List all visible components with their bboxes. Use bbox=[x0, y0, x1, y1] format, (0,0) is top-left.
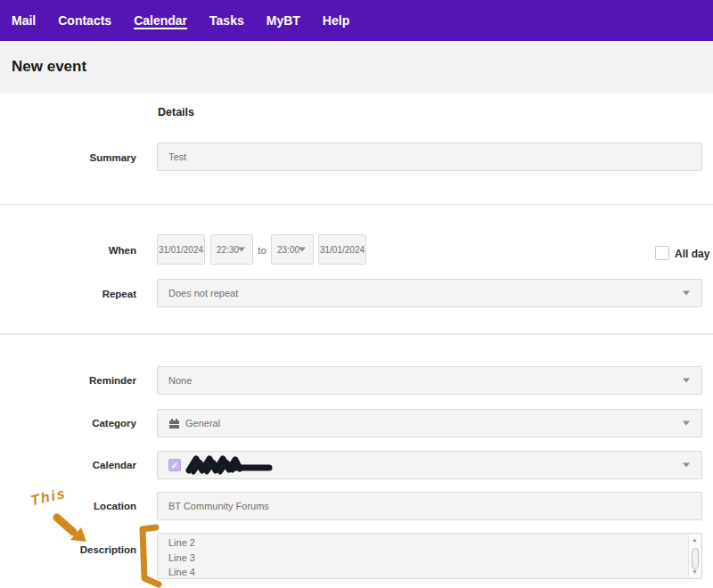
divider bbox=[0, 204, 713, 205]
calendar-select[interactable]: ✓ bbox=[157, 451, 702, 479]
start-time-select[interactable]: 22:30 bbox=[210, 234, 253, 265]
chevron-down-icon bbox=[299, 248, 306, 252]
end-date-value: 31/01/2024 bbox=[320, 245, 365, 255]
when-label: When bbox=[0, 244, 136, 257]
repeat-label: Repeat bbox=[0, 288, 136, 300]
repeat-value: Does not repeat bbox=[168, 288, 238, 298]
category-label: Category bbox=[0, 417, 136, 429]
reminder-value: None bbox=[168, 375, 192, 386]
annotation-arrow-icon bbox=[49, 512, 98, 552]
end-date-input[interactable]: 31/01/2024 bbox=[318, 234, 366, 265]
start-date-input[interactable]: 31/01/2024 bbox=[157, 234, 205, 265]
end-time-select[interactable]: 23:00 bbox=[271, 234, 314, 265]
nav-item-contacts[interactable]: Contacts bbox=[58, 13, 111, 28]
start-time-value: 22:30 bbox=[217, 245, 239, 255]
category-value: General bbox=[185, 418, 220, 429]
reminder-select[interactable]: None bbox=[157, 366, 702, 395]
chevron-down-icon bbox=[683, 421, 690, 426]
description-line: Line 2 bbox=[168, 535, 678, 551]
page-header: New event bbox=[0, 41, 713, 94]
summary-value: Test bbox=[168, 151, 186, 162]
nav-item-tasks[interactable]: Tasks bbox=[209, 13, 244, 28]
nav-item-calendar[interactable]: Calendar bbox=[134, 13, 187, 28]
all-day-label: All day bbox=[675, 248, 710, 260]
details-section-title: Details bbox=[158, 106, 194, 118]
chevron-down-icon bbox=[683, 291, 690, 296]
nav-item-mail[interactable]: Mail bbox=[12, 13, 36, 28]
chevron-down-icon bbox=[683, 463, 690, 468]
location-label: Location bbox=[0, 500, 136, 512]
scrollbar-thumb[interactable] bbox=[692, 548, 699, 569]
calendar-label: Calendar bbox=[0, 459, 136, 471]
checkmark-icon: ✓ bbox=[171, 461, 178, 470]
start-date-value: 31/01/2024 bbox=[159, 245, 203, 255]
summary-label: Summary bbox=[0, 151, 136, 164]
page-title: New event bbox=[12, 58, 86, 76]
to-label: to bbox=[256, 244, 268, 257]
divider bbox=[0, 333, 713, 335]
description-textarea[interactable]: Line 2 Line 3 Line 4 ▲ ▼ bbox=[157, 533, 702, 579]
location-value: BT Community Forums bbox=[168, 501, 269, 511]
scroll-up-icon[interactable]: ▲ bbox=[689, 536, 701, 543]
description-line: Line 4 bbox=[168, 565, 678, 579]
chevron-down-icon bbox=[683, 379, 690, 383]
nav-item-mybt[interactable]: MyBT bbox=[266, 13, 300, 28]
category-select[interactable]: General bbox=[157, 409, 702, 437]
end-time-value: 23:00 bbox=[277, 245, 299, 255]
new-event-page: Mail Contacts Calendar Tasks MyBT Help N… bbox=[0, 0, 713, 588]
nav-item-help[interactable]: Help bbox=[323, 13, 349, 28]
calendar-icon bbox=[168, 418, 180, 429]
chevron-down-icon bbox=[238, 248, 245, 252]
repeat-select[interactable]: Does not repeat bbox=[157, 279, 702, 307]
summary-input[interactable]: Test bbox=[157, 143, 702, 171]
location-input[interactable]: BT Community Forums bbox=[157, 492, 702, 520]
scrollbar[interactable]: ▲ ▼ bbox=[688, 535, 701, 577]
description-line: Line 3 bbox=[168, 551, 678, 566]
top-nav: Mail Contacts Calendar Tasks MyBT Help bbox=[0, 0, 713, 41]
annotation-bracket bbox=[132, 521, 176, 588]
reminder-label: Reminder bbox=[0, 374, 136, 387]
calendar-checkbox-checked[interactable]: ✓ bbox=[168, 459, 181, 471]
scroll-down-icon[interactable]: ▼ bbox=[689, 568, 701, 576]
redaction-scribble bbox=[186, 454, 275, 478]
all-day-checkbox[interactable] bbox=[655, 246, 669, 260]
